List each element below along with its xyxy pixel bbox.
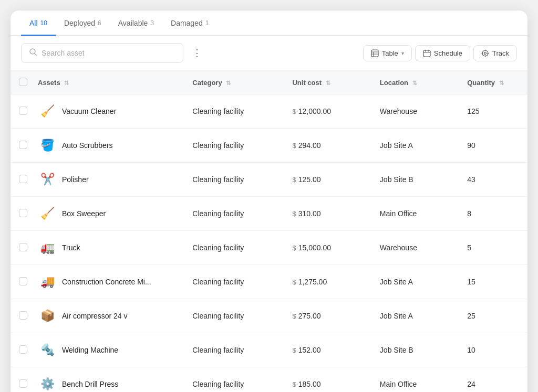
unit-cost-cell: $ 12,000.00	[284, 94, 371, 129]
row-checkbox[interactable]	[19, 311, 27, 320]
unit-cost-cell: $ 152.00	[284, 333, 371, 367]
asset-name-cell: 🧹 Box Sweeper	[29, 197, 184, 231]
select-all-checkbox[interactable]	[19, 78, 27, 86]
sort-category-icon[interactable]: ⇅	[226, 80, 231, 87]
row-checkbox[interactable]	[19, 107, 27, 115]
row-checkbox-cell[interactable]	[11, 299, 29, 333]
table-row: 📦 Air compressor 24 v Cleaning facility …	[11, 299, 527, 333]
row-checkbox[interactable]	[19, 175, 27, 183]
cost-value: 1,275.00	[298, 278, 327, 286]
asset-name-cell: 🚚 Construction Concrete Mi...	[29, 265, 184, 299]
track-view-button[interactable]: Track	[473, 45, 517, 61]
asset-name: Truck	[62, 243, 80, 252]
row-checkbox-cell[interactable]	[11, 163, 29, 197]
sort-cost-icon[interactable]: ⇅	[326, 80, 330, 87]
asset-name: Construction Concrete Mi...	[62, 278, 151, 286]
dollar-sign: $	[292, 108, 296, 115]
asset-name-cell: 🧹 Vacuum Cleaner	[29, 94, 184, 129]
row-checkbox-cell[interactable]	[11, 129, 29, 163]
location-cell: Job Site A	[371, 299, 459, 333]
more-options-button[interactable]: ⋮	[189, 45, 205, 61]
search-box[interactable]	[21, 43, 183, 63]
quantity-cell: 90	[459, 129, 527, 163]
location-cell: Main Office	[371, 197, 459, 231]
cost-value: 310.00	[298, 209, 321, 218]
th-assets[interactable]: Assets ⇅	[29, 71, 184, 94]
tab-all[interactable]: All 10	[21, 10, 56, 36]
asset-name-cell: ⚙️ Bench Drill Press	[29, 367, 184, 393]
location-cell: Main Office	[371, 367, 459, 393]
dollar-sign: $	[292, 380, 296, 388]
unit-cost-cell: $ 185.00	[284, 367, 371, 393]
track-btn-label: Track	[492, 49, 509, 57]
table-row: 🔩 Welding Machine Cleaning facility $ 15…	[11, 333, 527, 367]
calendar-icon	[423, 49, 431, 57]
quantity-cell: 10	[459, 333, 527, 367]
asset-name: Box Sweeper	[62, 209, 106, 218]
row-checkbox-cell[interactable]	[11, 231, 29, 265]
row-checkbox-cell[interactable]	[11, 94, 29, 129]
th-select-all[interactable]	[11, 71, 29, 94]
view-buttons: Table ▾ Schedule	[363, 45, 517, 61]
schedule-view-button[interactable]: Schedule	[415, 45, 470, 61]
th-category[interactable]: Category ⇅	[184, 71, 284, 94]
svg-point-11	[484, 52, 486, 54]
search-icon	[29, 48, 37, 58]
tab-damaged[interactable]: Damaged 1	[162, 10, 217, 36]
row-checkbox-cell[interactable]	[11, 333, 29, 367]
row-checkbox-cell[interactable]	[11, 265, 29, 299]
table-row: 🚚 Construction Concrete Mi... Cleaning f…	[11, 265, 527, 299]
asset-icon: 🪣	[38, 136, 57, 155]
row-checkbox-cell[interactable]	[11, 197, 29, 231]
asset-name-cell: 🔩 Welding Machine	[29, 333, 184, 367]
asset-name: Bench Drill Press	[62, 380, 118, 388]
asset-icon: ⚙️	[38, 375, 57, 392]
unit-cost-cell: $ 310.00	[284, 197, 371, 231]
sort-location-icon[interactable]: ⇅	[412, 80, 417, 87]
th-unit-cost[interactable]: Unit cost ⇅	[284, 71, 371, 94]
category-cell: Cleaning facility	[184, 163, 284, 197]
quantity-cell: 5	[459, 231, 527, 265]
tab-damaged-count: 1	[205, 19, 209, 27]
row-checkbox-cell[interactable]	[11, 367, 29, 393]
more-icon: ⋮	[192, 47, 202, 59]
svg-rect-6	[423, 50, 430, 57]
dollar-sign: $	[292, 346, 296, 354]
table-btn-label: Table	[382, 49, 398, 57]
th-quantity[interactable]: Quantity ⇅	[459, 71, 527, 94]
unit-cost-cell: $ 1,275.00	[284, 265, 371, 299]
cost-value: 294.00	[298, 141, 321, 150]
sort-assets-icon[interactable]: ⇅	[64, 80, 69, 87]
unit-cost-cell: $ 275.00	[284, 299, 371, 333]
dollar-sign: $	[292, 278, 296, 286]
th-location[interactable]: Location ⇅	[371, 71, 459, 94]
tab-deployed[interactable]: Deployed 6	[56, 10, 110, 36]
row-checkbox[interactable]	[19, 379, 27, 388]
unit-cost-cell: $ 125.00	[284, 163, 371, 197]
category-cell: Cleaning facility	[184, 333, 284, 367]
table-row: 🚛 Truck Cleaning facility $ 15,000.00 Wa…	[11, 231, 527, 265]
quantity-cell: 25	[459, 299, 527, 333]
search-input[interactable]	[42, 49, 175, 57]
table-row: ✂️ Polisher Cleaning facility $ 125.00 J…	[11, 163, 527, 197]
asset-name-cell: 🪣 Auto Scrubbers	[29, 129, 184, 163]
asset-icon: 🚚	[38, 272, 57, 291]
sort-quantity-icon[interactable]: ⇅	[499, 80, 504, 87]
table-view-button[interactable]: Table ▾	[363, 45, 412, 61]
table-icon	[371, 49, 379, 57]
asset-icon: ✂️	[38, 170, 57, 189]
tab-available[interactable]: Available 3	[110, 10, 162, 36]
row-checkbox[interactable]	[19, 141, 27, 149]
svg-point-10	[482, 50, 488, 56]
location-cell: Job Site A	[371, 265, 459, 299]
row-checkbox[interactable]	[19, 243, 27, 251]
table-row: 🪣 Auto Scrubbers Cleaning facility $ 294…	[11, 129, 527, 163]
unit-cost-cell: $ 15,000.00	[284, 231, 371, 265]
category-cell: Cleaning facility	[184, 367, 284, 393]
category-cell: Cleaning facility	[184, 94, 284, 129]
row-checkbox[interactable]	[19, 345, 27, 354]
asset-icon: 🧹	[38, 102, 57, 121]
row-checkbox[interactable]	[19, 209, 27, 217]
svg-rect-2	[371, 50, 378, 57]
row-checkbox[interactable]	[19, 277, 27, 285]
